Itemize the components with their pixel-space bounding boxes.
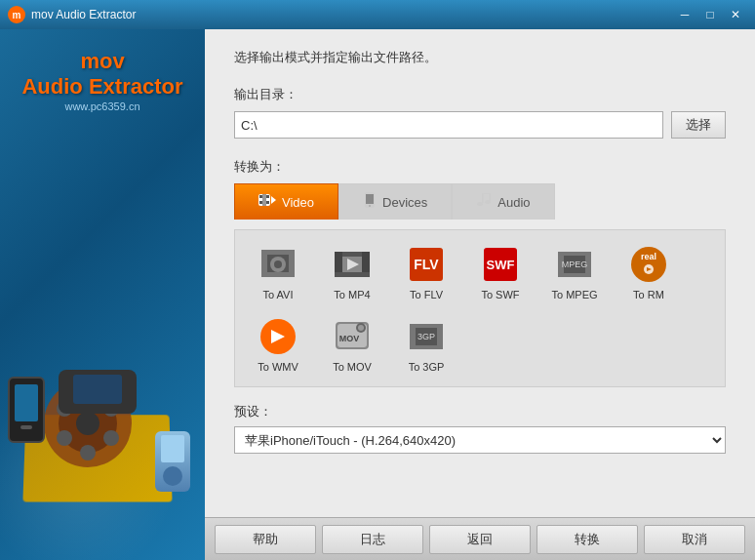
convert-button[interactable]: 转换 — [536, 525, 638, 554]
svg-text:3GP: 3GP — [417, 332, 435, 341]
output-dir-input[interactable] — [234, 111, 663, 139]
output-dir-row: 选择 — [234, 111, 726, 139]
mpeg-label: To MPEG — [551, 289, 597, 300]
wmv-label: To WMV — [258, 361, 298, 373]
format-mov[interactable]: MOV To MOV — [317, 310, 387, 379]
format-flv[interactable]: FLV To FLV — [391, 238, 461, 306]
video-tab-icon — [258, 192, 276, 212]
tab-video-label: Video — [282, 195, 314, 210]
format-rm[interactable]: real To RM — [614, 238, 684, 306]
svg-rect-14 — [266, 195, 269, 198]
3gp-icon: 3GP — [405, 316, 448, 357]
content-area: 选择输出模式并指定输出文件路径。 输出目录： 选择 转换为： — [205, 29, 755, 517]
format-mpeg[interactable]: MPEG To MPEG — [539, 238, 610, 306]
phone-decoration — [8, 377, 45, 443]
mpeg-icon: MPEG — [553, 244, 596, 285]
audio-tab-icon — [476, 193, 492, 211]
browse-button[interactable]: 选择 — [671, 111, 726, 139]
svg-rect-48 — [558, 273, 591, 277]
left-panel: mov Audio Extractor www.pc6359.cn — [0, 29, 205, 560]
cancel-button[interactable]: 取消 — [644, 525, 745, 554]
svg-point-4 — [76, 412, 99, 435]
format-wmv[interactable]: To WMV — [243, 310, 313, 379]
flv-icon: FLV — [405, 244, 448, 285]
avi-label: To AVI — [263, 289, 294, 300]
svg-rect-37 — [335, 272, 370, 277]
svg-text:FLV: FLV — [414, 257, 439, 272]
format-grid: To AVI To — [234, 229, 726, 387]
tab-devices-label: Devices — [382, 195, 427, 210]
swf-label: To SWF — [481, 289, 519, 300]
svg-rect-12 — [259, 195, 262, 198]
close-button[interactable]: ✕ — [724, 6, 747, 23]
svg-rect-64 — [410, 324, 443, 328]
svg-point-7 — [103, 430, 119, 446]
swf-icon: SWF — [479, 244, 522, 285]
svg-rect-29 — [261, 250, 295, 255]
app-container: mov Audio Extractor www.pc6359.cn — [0, 29, 755, 560]
tab-video[interactable]: Video — [234, 183, 338, 220]
app-title-rest: Audio Extractor — [21, 74, 182, 99]
svg-text:real: real — [641, 252, 656, 261]
ipod-decoration — [155, 431, 190, 492]
svg-text:MOV: MOV — [339, 334, 360, 343]
title-bar-text: mov Audio Extractor — [31, 8, 673, 21]
svg-marker-17 — [271, 196, 276, 204]
app-title-mov: mov — [80, 49, 124, 73]
app-title: mov Audio Extractor — [21, 49, 182, 100]
right-panel: 选择输出模式并指定输出文件路径。 输出目录： 选择 转换为： — [205, 29, 755, 560]
tab-audio[interactable]: Audio — [452, 183, 554, 220]
devices-tab-icon — [363, 192, 377, 212]
svg-rect-24 — [490, 193, 492, 201]
format-3gp[interactable]: 3GP To 3GP — [391, 310, 461, 379]
svg-rect-30 — [261, 272, 295, 277]
svg-rect-16 — [262, 194, 266, 206]
bottom-bar: 帮助 日志 返回 转换 取消 — [205, 517, 755, 560]
instruction-text: 选择输出模式并指定输出文件路径。 — [234, 49, 726, 66]
app-icon: m — [8, 6, 25, 23]
3gp-label: To 3GP — [409, 361, 445, 373]
svg-point-32 — [274, 260, 282, 268]
psp-decoration — [59, 370, 137, 414]
tab-bar: Video Devices — [234, 183, 726, 220]
svg-rect-65 — [410, 345, 443, 349]
flv-label: To FLV — [410, 289, 443, 300]
svg-rect-22 — [482, 193, 484, 203]
svg-point-9 — [57, 430, 72, 446]
svg-point-20 — [369, 205, 371, 207]
window-controls: ─ □ ✕ — [673, 6, 747, 23]
help-button[interactable]: 帮助 — [215, 525, 316, 554]
svg-text:SWF: SWF — [487, 258, 515, 272]
tab-devices[interactable]: Devices — [338, 183, 452, 220]
back-button[interactable]: 返回 — [429, 525, 531, 554]
svg-point-59 — [358, 325, 364, 331]
convert-to-label: 转换为： — [234, 158, 726, 176]
maximize-button[interactable]: □ — [698, 6, 722, 23]
mp4-label: To MP4 — [334, 289, 370, 300]
svg-rect-13 — [259, 201, 262, 204]
log-button[interactable]: 日志 — [322, 525, 423, 554]
format-mp4[interactable]: To MP4 — [317, 238, 387, 306]
format-avi[interactable]: To AVI — [243, 238, 313, 306]
svg-text:m: m — [13, 10, 21, 20]
avi-icon — [257, 244, 299, 285]
rm-label: To RM — [633, 289, 664, 300]
svg-rect-15 — [266, 201, 269, 204]
minimize-button[interactable]: ─ — [673, 6, 696, 23]
decoration-area — [0, 287, 205, 511]
mov-label: To MOV — [333, 361, 372, 373]
app-subtitle: www.pc6359.cn — [21, 100, 182, 112]
app-logo: mov Audio Extractor www.pc6359.cn — [21, 49, 182, 112]
output-dir-label: 输出目录： — [234, 86, 726, 103]
svg-rect-47 — [558, 252, 591, 256]
wmv-icon — [257, 316, 299, 357]
svg-rect-19 — [366, 194, 374, 204]
format-swf[interactable]: SWF To SWF — [465, 238, 536, 306]
tab-audio-label: Audio — [497, 195, 530, 210]
svg-text:MPEG: MPEG — [562, 260, 588, 269]
mp4-icon — [331, 244, 374, 285]
rm-icon: real — [627, 244, 670, 285]
preset-select[interactable]: 苹果iPhone/iTouch - (H.264,640x420) 苹果iPad… — [234, 426, 726, 454]
title-bar: m mov Audio Extractor ─ □ ✕ — [0, 0, 755, 29]
preset-label: 预设： — [234, 403, 726, 420]
